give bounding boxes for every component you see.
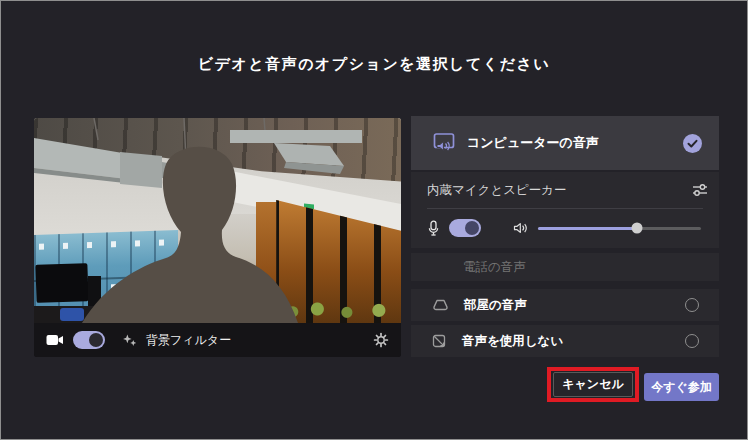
video-preview: 背景フィルター (34, 118, 401, 357)
background-filter-sparkle-icon (122, 333, 137, 348)
join-options-dialog: ビデオと音声のオプションを選択してください (0, 0, 748, 440)
volume-slider-fill (538, 227, 637, 230)
device-controls (411, 209, 719, 247)
device-name-label: 内蔵マイクとスピーカー (427, 182, 691, 199)
camera-toggle-knob (89, 333, 103, 347)
phone-audio-option: 電話の音声 (411, 253, 719, 281)
red-highlight-annotation: キャンセル (547, 367, 639, 402)
cancel-button[interactable]: キャンセル (553, 372, 633, 397)
device-settings-header: 内蔵マイクとスピーカー (411, 172, 719, 208)
room-audio-icon (431, 297, 450, 313)
computer-audio-icon (431, 131, 457, 155)
audio-settings-sliders-icon[interactable] (691, 183, 709, 197)
volume-slider[interactable] (538, 227, 701, 230)
camera-preview-image (34, 118, 401, 323)
settings-gear-icon[interactable] (373, 332, 389, 348)
ducts-and-silhouette (34, 118, 401, 323)
background-filter-label[interactable]: 背景フィルター (146, 332, 231, 349)
camera-toggle[interactable] (73, 331, 105, 349)
computer-audio-option[interactable]: コンピューターの音声 (411, 116, 719, 170)
no-audio-option[interactable]: 音声を使用しない (411, 325, 719, 357)
microphone-toggle-knob (465, 221, 479, 235)
speaker-icon (513, 221, 529, 235)
device-settings-block: 内蔵マイクとスピーカー (411, 172, 719, 248)
selected-check-icon (683, 134, 702, 153)
microphone-icon (427, 220, 440, 237)
microphone-toggle[interactable] (449, 219, 481, 237)
room-audio-option[interactable]: 部屋の音声 (411, 289, 719, 321)
phone-audio-label: 電話の音声 (463, 260, 526, 274)
join-now-button[interactable]: 今すぐ参加 (644, 373, 719, 401)
dialog-title: ビデオと音声のオプションを選択してください (1, 55, 747, 74)
room-audio-label: 部屋の音声 (464, 297, 685, 314)
volume-slider-knob[interactable] (632, 223, 643, 234)
computer-audio-label: コンピューターの音声 (467, 134, 683, 152)
room-audio-radio[interactable] (685, 298, 699, 312)
camera-icon (46, 334, 64, 346)
no-audio-radio[interactable] (685, 334, 699, 348)
no-audio-label: 音声を使用しない (462, 333, 685, 350)
no-audio-icon (431, 333, 448, 349)
video-control-bar: 背景フィルター (34, 323, 401, 357)
